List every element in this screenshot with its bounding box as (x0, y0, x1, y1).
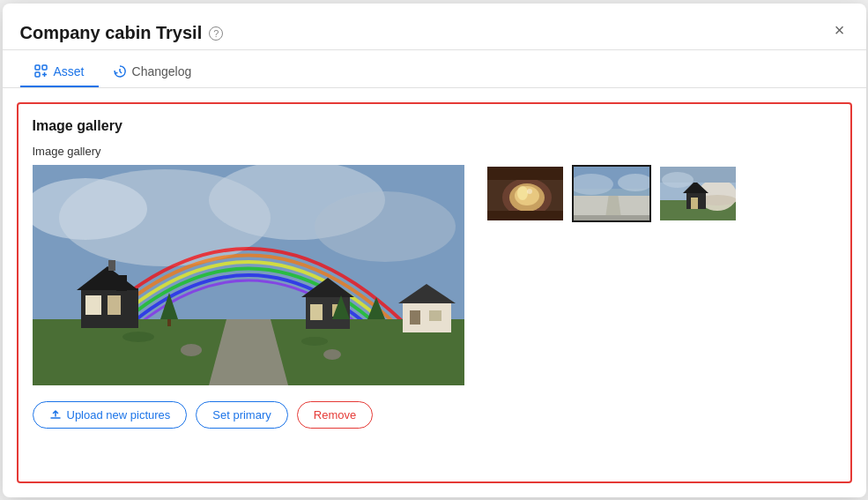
svg-point-41 (527, 189, 532, 194)
svg-rect-0 (35, 65, 40, 70)
modal-container: Company cabin Trysil ? × Asset (3, 4, 866, 497)
svg-line-6 (120, 71, 122, 73)
main-image-container (33, 165, 464, 389)
svg-rect-25 (167, 319, 171, 326)
svg-rect-22 (310, 304, 323, 320)
thumbnails-container (486, 165, 738, 222)
svg-rect-19 (108, 260, 115, 271)
close-button[interactable]: × (831, 18, 849, 42)
changelog-icon (113, 64, 127, 78)
thumbnails-list (486, 165, 738, 222)
svg-rect-18 (116, 275, 127, 291)
modal-body: Image gallery Image gallery (3, 88, 866, 497)
tab-bar: Asset Changelog (20, 57, 849, 87)
gallery-content (33, 165, 836, 389)
gallery-section: Image gallery Image gallery (17, 102, 852, 483)
tab-changelog-label: Changelog (132, 64, 192, 78)
svg-rect-15 (85, 295, 101, 315)
remove-button[interactable]: Remove (297, 401, 373, 429)
asset-icon (34, 64, 48, 78)
thumbnail-1[interactable] (486, 165, 565, 222)
tab-asset[interactable]: Asset (20, 57, 99, 87)
modal-header: Company cabin Trysil ? × (3, 4, 866, 50)
svg-point-59 (662, 172, 694, 188)
tab-asset-label: Asset (54, 64, 85, 78)
svg-point-10 (315, 191, 456, 262)
upload-button[interactable]: Upload new pictures (33, 401, 188, 429)
svg-rect-32 (410, 310, 420, 325)
thumbnail-2[interactable] (572, 165, 651, 222)
svg-rect-57 (691, 198, 698, 209)
modal-title: Company cabin Trysil (20, 23, 203, 43)
set-primary-button[interactable]: Set primary (196, 401, 287, 429)
svg-rect-2 (42, 65, 47, 70)
svg-rect-16 (108, 295, 121, 315)
svg-point-28 (122, 332, 154, 342)
set-primary-label: Set primary (212, 408, 271, 422)
remove-label: Remove (314, 408, 356, 422)
upload-icon (49, 408, 62, 421)
thumbnail-3[interactable] (658, 165, 738, 222)
title-row: Company cabin Trysil ? (20, 23, 224, 43)
svg-rect-1 (35, 72, 40, 77)
svg-point-35 (323, 349, 341, 360)
svg-rect-43 (487, 211, 565, 222)
actions-bar: Upload new pictures Set primary Remove (33, 401, 836, 429)
svg-point-34 (181, 344, 202, 356)
svg-rect-50 (574, 215, 651, 222)
help-icon[interactable]: ? (209, 26, 223, 41)
main-image (33, 165, 464, 385)
svg-rect-33 (429, 310, 441, 321)
svg-point-40 (517, 186, 528, 200)
upload-label: Upload new pictures (67, 408, 171, 422)
svg-rect-42 (487, 167, 565, 180)
section-label: Image gallery (33, 145, 836, 158)
svg-point-29 (301, 337, 328, 346)
section-title: Image gallery (33, 118, 836, 134)
tab-changelog[interactable]: Changelog (99, 57, 206, 87)
